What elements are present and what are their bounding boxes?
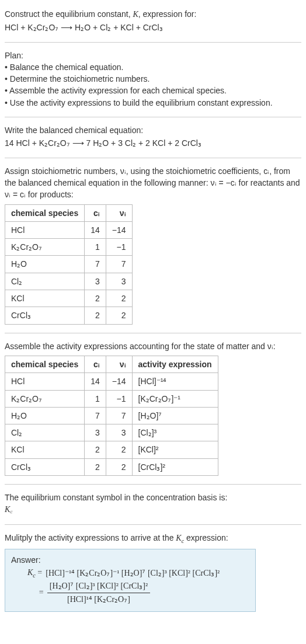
cell-species: HCl bbox=[5, 373, 85, 390]
table-row: CrCl₃22 bbox=[5, 307, 133, 324]
fraction-numerator: [H₂O]⁷ [Cl₂]³ [KCl]² [CrCl₃]² bbox=[47, 580, 150, 592]
stoich-intro: Assign stoichiometric numbers, νᵢ, using… bbox=[5, 165, 301, 201]
plan-title: Plan: bbox=[5, 50, 301, 61]
plan-bullet: • Determine the stoichiometric numbers. bbox=[5, 73, 301, 85]
cell-ci: 7 bbox=[85, 407, 106, 424]
table-row: K₂Cr₂O₇1−1 bbox=[5, 239, 133, 256]
kc-symbol: K꜀ bbox=[5, 505, 12, 514]
cell-expr: [CrCl₃]² bbox=[132, 458, 218, 475]
activity-table: chemical species cᵢ νᵢ activity expressi… bbox=[5, 356, 218, 476]
col-vi: νᵢ bbox=[106, 356, 132, 373]
cell-vi: 2 bbox=[106, 441, 132, 458]
symbol-block: The equilibrium constant symbol in the c… bbox=[5, 487, 301, 522]
cell-ci: 7 bbox=[85, 256, 106, 273]
cell-ci: 2 bbox=[85, 307, 106, 324]
cell-species: CrCl₃ bbox=[5, 458, 85, 475]
cell-ci: 2 bbox=[85, 458, 106, 475]
table-row: HCl14−14 bbox=[5, 221, 133, 238]
kc-expression: Kc = [HCl]⁻¹⁴ [K₂Cr₂O₇]⁻¹ [H₂O]⁷ [Cl₂]³ … bbox=[11, 567, 249, 605]
prompt-line1: Construct the equilibrium constant, K, e… bbox=[5, 8, 301, 20]
multiply-title: Mulitply the activity expressions to arr… bbox=[5, 532, 301, 545]
table-row: K₂Cr₂O₇1−1[K₂Cr₂O₇]⁻¹ bbox=[5, 390, 218, 407]
divider bbox=[5, 117, 301, 117]
table-header-row: chemical species cᵢ νᵢ bbox=[5, 204, 133, 221]
col-ci: cᵢ bbox=[85, 356, 106, 373]
cell-species: H₂O bbox=[5, 256, 85, 273]
cell-expr: [Cl₂]³ bbox=[132, 424, 218, 441]
cell-vi: −14 bbox=[106, 221, 132, 238]
cell-ci: 2 bbox=[85, 441, 106, 458]
divider bbox=[5, 158, 301, 158]
cell-expr: [KCl]² bbox=[132, 441, 218, 458]
kc-line1: Kc = [HCl]⁻¹⁴ [K₂Cr₂O₇]⁻¹ [H₂O]⁷ [Cl₂]³ … bbox=[27, 567, 249, 580]
equals-sign: = bbox=[39, 587, 44, 598]
cell-vi: 7 bbox=[106, 256, 132, 273]
col-species: chemical species bbox=[5, 356, 85, 373]
activity-block: Assemble the activity expressions accoun… bbox=[5, 336, 301, 482]
divider bbox=[5, 333, 301, 333]
cell-species: KCl bbox=[5, 290, 85, 307]
symbol-title: The equilibrium constant symbol in the c… bbox=[5, 492, 301, 503]
kc-equals: Kc = bbox=[27, 567, 42, 580]
table-row: Cl₂33[Cl₂]³ bbox=[5, 424, 218, 441]
cell-vi: 7 bbox=[106, 407, 132, 424]
balanced-equation: 14 HCl + K₂Cr₂O₇ ⟶ 7 H₂O + 3 Cl₂ + 2 KCl… bbox=[5, 137, 301, 149]
plan-block: Plan: • Balance the chemical equation. •… bbox=[5, 45, 301, 114]
divider bbox=[5, 42, 301, 43]
cell-species: KCl bbox=[5, 441, 85, 458]
cell-expr: [H₂O]⁷ bbox=[132, 407, 218, 424]
col-expr: activity expression bbox=[132, 356, 218, 373]
cell-ci: 1 bbox=[85, 239, 106, 256]
cell-species: K₂Cr₂O₇ bbox=[5, 390, 85, 407]
table-row: KCl22[KCl]² bbox=[5, 441, 218, 458]
col-ci: cᵢ bbox=[85, 204, 106, 221]
col-vi: νᵢ bbox=[106, 204, 132, 221]
cell-vi: 2 bbox=[106, 307, 132, 324]
cell-species: K₂Cr₂O₇ bbox=[5, 239, 85, 256]
divider bbox=[5, 484, 301, 485]
kc-line2: Kc = [H₂O]⁷ [Cl₂]³ [KCl]² [CrCl₃]² [HCl]… bbox=[27, 580, 249, 606]
cell-ci: 2 bbox=[85, 290, 106, 307]
cell-vi: −14 bbox=[106, 373, 132, 390]
stoich-block: Assign stoichiometric numbers, νᵢ, using… bbox=[5, 161, 301, 330]
plan-bullet: • Use the activity expressions to build … bbox=[5, 97, 301, 109]
cell-ci: 3 bbox=[85, 424, 106, 441]
multiply-text: Mulitply the activity expressions to arr… bbox=[5, 533, 228, 542]
kc-fraction: [H₂O]⁷ [Cl₂]³ [KCl]² [CrCl₃]² [HCl]¹⁴ [K… bbox=[47, 580, 150, 606]
table-row: KCl22 bbox=[5, 290, 133, 307]
cell-vi: −1 bbox=[106, 390, 132, 407]
fraction-bar bbox=[47, 593, 150, 593]
stoich-table: chemical species cᵢ νᵢ HCl14−14 K₂Cr₂O₇1… bbox=[5, 204, 133, 325]
answer-box: Answer: Kc = [HCl]⁻¹⁴ [K₂Cr₂O₇]⁻¹ [H₂O]⁷… bbox=[5, 549, 256, 612]
cell-expr: [HCl]⁻¹⁴ bbox=[132, 373, 218, 390]
table-row: Cl₂33 bbox=[5, 273, 133, 290]
plan-bullet: • Assemble the activity expression for e… bbox=[5, 85, 301, 96]
cell-vi: 2 bbox=[106, 290, 132, 307]
cell-ci: 1 bbox=[85, 390, 106, 407]
balanced-title: Write the balanced chemical equation: bbox=[5, 124, 301, 136]
cell-vi: 3 bbox=[106, 424, 132, 441]
multiply-block: Mulitply the activity expressions to arr… bbox=[5, 527, 301, 612]
prompt-equation: HCl + K₂Cr₂O₇ ⟶ H₂O + Cl₂ + KCl + CrCl₃ bbox=[5, 22, 301, 33]
cell-species: CrCl₃ bbox=[5, 307, 85, 324]
table-row: HCl14−14[HCl]⁻¹⁴ bbox=[5, 373, 218, 390]
prompt-text: Construct the equilibrium constant, K, e… bbox=[5, 9, 196, 19]
table-header-row: chemical species cᵢ νᵢ activity expressi… bbox=[5, 356, 218, 373]
cell-vi: 2 bbox=[106, 458, 132, 475]
balanced-block: Write the balanced chemical equation: 14… bbox=[5, 120, 301, 155]
cell-expr: [K₂Cr₂O₇]⁻¹ bbox=[132, 390, 218, 407]
col-species: chemical species bbox=[5, 204, 85, 221]
cell-species: HCl bbox=[5, 221, 85, 238]
cell-ci: 14 bbox=[85, 373, 106, 390]
cell-vi: −1 bbox=[106, 239, 132, 256]
fraction-denominator: [HCl]¹⁴ [K₂Cr₂O₇] bbox=[65, 594, 133, 605]
plan-bullet: • Balance the chemical equation. bbox=[5, 61, 301, 73]
cell-vi: 3 bbox=[106, 273, 132, 290]
activity-intro: Assemble the activity expressions accoun… bbox=[5, 340, 301, 352]
cell-ci: 3 bbox=[85, 273, 106, 290]
table-row: CrCl₃22[CrCl₃]² bbox=[5, 458, 218, 475]
prompt-block: Construct the equilibrium constant, K, e… bbox=[5, 4, 301, 40]
answer-label: Answer: bbox=[11, 554, 249, 566]
table-row: H₂O77[H₂O]⁷ bbox=[5, 407, 218, 424]
cell-ci: 14 bbox=[85, 221, 106, 238]
